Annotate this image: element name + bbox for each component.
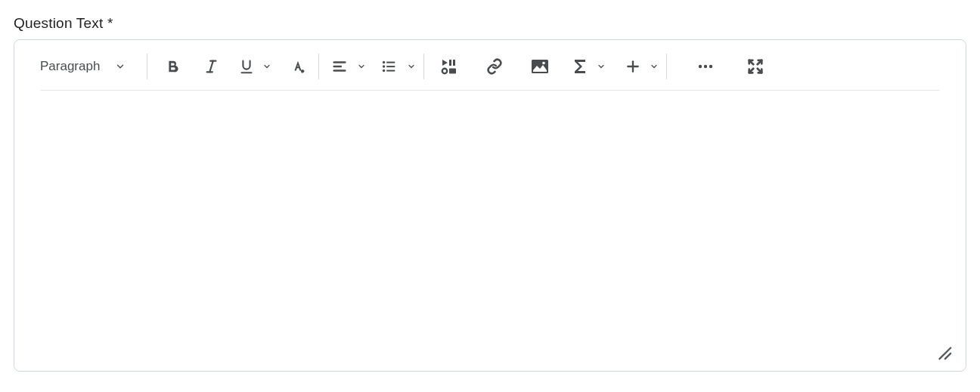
chevron-down-icon	[597, 62, 606, 71]
bold-button[interactable]	[160, 54, 185, 79]
svg-point-23	[709, 65, 712, 68]
svg-rect-16	[449, 69, 456, 74]
toolbar-inner: Paragraph	[40, 54, 940, 91]
svg-point-21	[699, 65, 702, 68]
svg-point-8	[383, 65, 385, 67]
insert-more-dropdown[interactable]	[625, 54, 659, 79]
insert-stuff-icon	[440, 58, 458, 75]
insert-link-button[interactable]	[482, 54, 507, 79]
font-color-icon	[288, 58, 308, 75]
toolbar-divider	[318, 54, 319, 79]
image-icon	[531, 59, 549, 74]
paragraph-format-label: Paragraph	[40, 59, 100, 74]
svg-rect-13	[449, 60, 451, 66]
chevron-down-icon	[407, 62, 416, 71]
paragraph-format-dropdown[interactable]: Paragraph	[40, 59, 139, 74]
ellipsis-icon	[696, 59, 715, 74]
insert-media-button[interactable]	[436, 54, 462, 79]
svg-point-18	[543, 62, 546, 65]
resize-icon	[935, 344, 952, 360]
bullet-list-icon	[380, 58, 398, 75]
chevron-down-icon	[650, 62, 659, 71]
svg-point-22	[704, 65, 707, 68]
alignment-list-group	[331, 54, 416, 79]
chevron-down-icon	[115, 61, 126, 72]
fullscreen-button[interactable]	[743, 54, 768, 79]
rich-text-editor: Paragraph	[14, 39, 966, 372]
font-color-button[interactable]	[285, 54, 311, 79]
insert-group	[436, 54, 659, 79]
insert-image-button[interactable]	[527, 54, 553, 79]
toolbar-divider	[666, 54, 667, 79]
editor-content-area[interactable]	[40, 99, 940, 341]
field-label: Question Text *	[14, 15, 966, 32]
align-left-icon	[331, 58, 348, 75]
italic-icon	[203, 58, 220, 75]
fullscreen-icon	[746, 58, 764, 75]
editor-toolbar: Paragraph	[14, 40, 966, 101]
link-icon	[485, 58, 504, 75]
resize-handle[interactable]	[935, 344, 952, 360]
italic-button[interactable]	[199, 54, 225, 79]
svg-rect-12	[387, 70, 395, 72]
underline-dropdown[interactable]	[238, 54, 271, 79]
svg-point-9	[383, 69, 385, 72]
list-dropdown[interactable]	[380, 54, 416, 79]
svg-line-28	[940, 348, 951, 360]
toolbar-divider	[147, 54, 147, 79]
alignment-dropdown[interactable]	[331, 54, 366, 79]
more-actions-button[interactable]	[693, 54, 718, 79]
chevron-down-icon	[357, 62, 366, 71]
svg-point-15	[442, 69, 447, 73]
bold-icon	[164, 58, 181, 75]
toolbar-right-group	[693, 54, 768, 79]
svg-line-29	[945, 353, 951, 359]
toolbar-divider	[423, 54, 424, 79]
svg-rect-14	[453, 60, 455, 66]
underline-icon	[238, 58, 255, 75]
svg-point-7	[383, 61, 385, 63]
text-format-group	[160, 54, 311, 79]
svg-rect-11	[387, 66, 395, 67]
svg-line-0	[210, 61, 214, 73]
sigma-icon	[572, 58, 588, 75]
chevron-down-icon	[262, 62, 271, 71]
equation-dropdown[interactable]	[572, 54, 606, 79]
svg-rect-10	[387, 62, 395, 63]
plus-icon	[625, 59, 640, 74]
